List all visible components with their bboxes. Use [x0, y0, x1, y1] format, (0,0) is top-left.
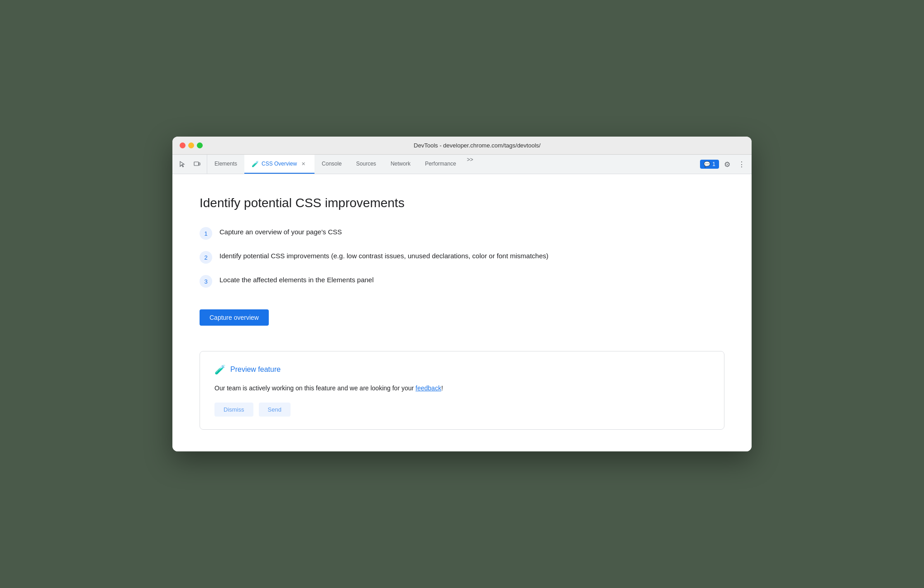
close-button[interactable]: [180, 142, 186, 148]
step-text-3: Locate the affected elements in the Elem…: [219, 275, 374, 285]
tab-sources[interactable]: Sources: [349, 155, 383, 174]
tab-css-overview[interactable]: 🧪 CSS Overview ✕: [244, 155, 314, 174]
preview-header: 🧪 Preview feature: [214, 364, 710, 375]
step-number-1: 1: [200, 227, 212, 240]
preview-text-before: Our team is actively working on this fea…: [214, 384, 415, 392]
preview-feature-title: Preview feature: [230, 365, 281, 374]
flask-icon: 🧪: [252, 161, 259, 167]
settings-button[interactable]: ⚙: [721, 158, 733, 171]
tabs-container: Elements 🧪 CSS Overview ✕ Console Source…: [207, 155, 696, 174]
chat-badge[interactable]: 💬 1: [700, 160, 719, 169]
title-bar: DevTools - developer.chrome.com/tags/dev…: [172, 137, 752, 155]
preview-feature-card: 🧪 Preview feature Our team is actively w…: [200, 351, 724, 429]
tab-elements-label: Elements: [214, 161, 237, 167]
tab-network[interactable]: Network: [383, 155, 418, 174]
devtools-toolbar: Elements 🧪 CSS Overview ✕ Console Source…: [172, 155, 752, 174]
tab-performance-label: Performance: [425, 161, 456, 167]
list-item: 3 Locate the affected elements in the El…: [200, 275, 724, 288]
cursor-icon[interactable]: [176, 158, 189, 171]
steps-list: 1 Capture an overview of your page's CSS…: [200, 227, 724, 288]
preview-buttons: Dismiss Send: [214, 403, 710, 417]
step-number-2: 2: [200, 251, 212, 264]
device-toggle-icon[interactable]: [191, 158, 203, 171]
window-title: DevTools - developer.chrome.com/tags/dev…: [210, 142, 744, 149]
preview-flask-icon: 🧪: [214, 364, 226, 375]
preview-text: Our team is actively working on this fea…: [214, 383, 710, 393]
tab-css-overview-label: CSS Overview: [262, 161, 297, 167]
toolbar-icons: [172, 155, 207, 174]
tab-network-label: Network: [391, 161, 410, 167]
more-options-button[interactable]: ⋮: [735, 158, 748, 171]
tab-console[interactable]: Console: [314, 155, 349, 174]
tab-performance[interactable]: Performance: [418, 155, 463, 174]
preview-text-after: !: [441, 384, 443, 392]
page-title: Identify potential CSS improvements: [200, 196, 724, 210]
main-content: Identify potential CSS improvements 1 Ca…: [172, 174, 752, 451]
svg-rect-0: [194, 162, 199, 166]
step-text-1: Capture an overview of your page's CSS: [219, 227, 342, 237]
tab-elements[interactable]: Elements: [207, 155, 244, 174]
chat-icon: 💬: [704, 161, 710, 167]
list-item: 1 Capture an overview of your page's CSS: [200, 227, 724, 240]
traffic-lights: [180, 142, 203, 148]
toolbar-right: 💬 1 ⚙ ⋮: [696, 155, 752, 174]
minimize-button[interactable]: [188, 142, 194, 148]
more-tabs-button[interactable]: >>: [463, 155, 477, 174]
chat-badge-count: 1: [712, 161, 715, 167]
feedback-link[interactable]: feedback: [415, 384, 441, 392]
maximize-button[interactable]: [197, 142, 203, 148]
tab-sources-label: Sources: [356, 161, 376, 167]
tab-console-label: Console: [322, 161, 342, 167]
tab-close-icon[interactable]: ✕: [300, 160, 307, 168]
preview-primary-button[interactable]: Dismiss: [214, 403, 253, 417]
devtools-window: DevTools - developer.chrome.com/tags/dev…: [172, 137, 752, 451]
preview-secondary-button[interactable]: Send: [259, 403, 291, 417]
step-text-2: Identify potential CSS improvements (e.g…: [219, 251, 548, 261]
capture-overview-button[interactable]: Capture overview: [200, 309, 269, 326]
step-number-3: 3: [200, 275, 212, 288]
list-item: 2 Identify potential CSS improvements (e…: [200, 251, 724, 264]
svg-rect-1: [199, 163, 200, 165]
